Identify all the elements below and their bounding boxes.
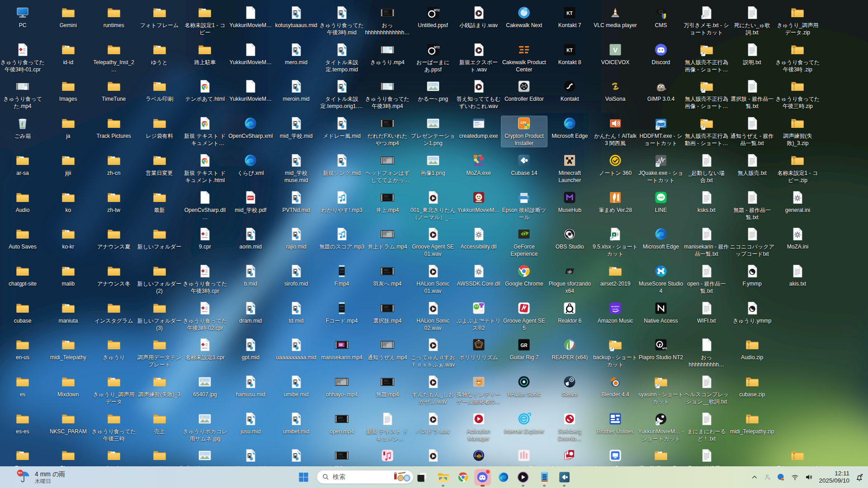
svg-text:9+: 9+ — [18, 471, 22, 475]
